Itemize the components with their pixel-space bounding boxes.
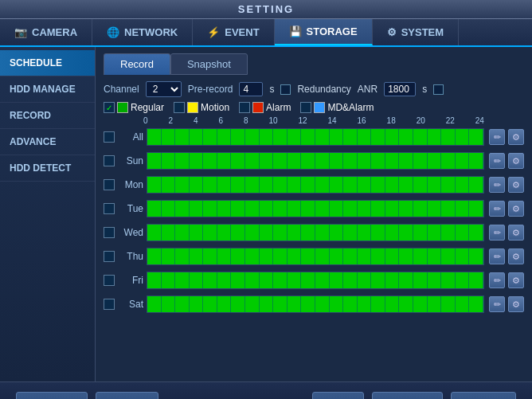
md-alarm-check[interactable] xyxy=(300,102,311,113)
tab-navigation: 📷 CAMERA 🌐 NETWORK ⚡ EVENT 💾 STORAGE ⚙ S… xyxy=(0,19,532,47)
system-icon: ⚙ xyxy=(387,26,397,38)
day-check-sun[interactable] xyxy=(104,155,115,166)
gear-icon-all[interactable]: ⚙ xyxy=(508,129,524,145)
tab-network[interactable]: 🌐 NETWORK xyxy=(92,19,193,45)
regular-check[interactable]: ✓ xyxy=(104,102,115,113)
day-check-tue[interactable] xyxy=(104,203,115,214)
day-label-thu: Thu xyxy=(118,251,143,262)
top-bar: SETTING xyxy=(0,0,532,19)
sub-tab-record[interactable]: Record xyxy=(104,53,170,75)
apply-button[interactable]: Apply xyxy=(451,392,516,400)
tab-event[interactable]: ⚡ EVENT xyxy=(193,19,274,45)
day-label-all: All xyxy=(118,131,143,143)
regular-color-box xyxy=(117,102,128,113)
sidebar-item-hdd-detect[interactable]: HDD DETECT xyxy=(0,155,95,182)
alarm-label: Alarm xyxy=(266,102,291,113)
legend-motion: Motion xyxy=(174,102,229,113)
legend-md-alarm: MD&Alarm xyxy=(300,102,374,113)
cancel-button[interactable]: Cancel xyxy=(372,392,443,400)
anr-input[interactable] xyxy=(384,82,416,96)
sub-tab-bar: Record Snapshot xyxy=(104,53,524,75)
pencil-icon-sun[interactable]: ✏ xyxy=(489,153,505,169)
day-label-sat: Sat xyxy=(118,299,143,310)
day-icons-sat: ✏ ⚙ xyxy=(489,296,524,312)
day-check-all[interactable] xyxy=(104,131,115,143)
alarm-check[interactable] xyxy=(239,102,250,113)
anr-label: ANR xyxy=(358,84,377,95)
tab-system[interactable]: ⚙ SYSTEM xyxy=(373,19,459,45)
tab-storage[interactable]: 💾 STORAGE xyxy=(275,19,373,45)
gear-icon-thu[interactable]: ⚙ xyxy=(508,248,524,264)
gear-icon-tue[interactable]: ⚙ xyxy=(508,201,524,217)
day-bar-wed[interactable] xyxy=(147,224,484,241)
gear-icon-wed[interactable]: ⚙ xyxy=(508,225,524,241)
sidebar-item-advance[interactable]: ADVANCE xyxy=(0,129,95,155)
copy-button[interactable]: Copy xyxy=(96,392,158,400)
day-check-thu[interactable] xyxy=(104,251,115,262)
pencil-icon-thu[interactable]: ✏ xyxy=(489,248,505,264)
day-bar-sat[interactable] xyxy=(147,295,484,313)
day-bar-fri[interactable] xyxy=(147,272,484,289)
redundancy-label: Redundancy xyxy=(297,84,350,95)
day-bar-all[interactable] xyxy=(147,128,484,146)
tab-camera[interactable]: 📷 CAMERA xyxy=(0,19,92,45)
prerecord-input[interactable] xyxy=(239,82,263,96)
day-label-sun: Sun xyxy=(118,155,143,166)
legend-regular: ✓ Regular xyxy=(104,102,164,113)
sidebar-item-hdd-manage[interactable]: HDD MANAGE xyxy=(0,76,95,103)
day-icons-all: ✏ ⚙ xyxy=(489,129,524,145)
gear-icon-mon[interactable]: ⚙ xyxy=(508,177,524,193)
anr-checkbox[interactable] xyxy=(433,84,444,95)
day-row-tue: Tue ✏ ⚙ xyxy=(104,198,524,220)
sidebar: SCHEDULE HDD MANAGE RECORD ADVANCE HDD D… xyxy=(0,47,96,381)
pencil-icon-sat[interactable]: ✏ xyxy=(489,296,505,312)
redundancy-checkbox[interactable] xyxy=(280,84,291,95)
pencil-icon-all[interactable]: ✏ xyxy=(489,129,505,145)
pencil-icon-tue[interactable]: ✏ xyxy=(489,201,505,217)
day-icons-tue: ✏ ⚙ xyxy=(489,201,524,217)
day-bar-sun[interactable] xyxy=(147,152,484,170)
day-check-fri[interactable] xyxy=(104,275,115,286)
channel-select[interactable]: 2 1 3 4 xyxy=(146,81,182,97)
time-labels: 0 2 4 6 8 10 12 14 16 18 20 22 24 xyxy=(143,116,484,125)
day-row-fri: Fri ✏ ⚙ xyxy=(104,269,524,291)
gear-icon-sun[interactable]: ⚙ xyxy=(508,153,524,169)
camera-icon: 📷 xyxy=(14,26,27,38)
day-check-wed[interactable] xyxy=(104,227,115,238)
day-icons-wed: ✏ ⚙ xyxy=(489,225,524,241)
pencil-icon-wed[interactable]: ✏ xyxy=(489,225,505,241)
channel-label: Channel xyxy=(104,84,139,95)
default-button[interactable]: Default xyxy=(16,392,88,400)
day-bar-mon[interactable] xyxy=(147,176,484,194)
day-icons-sun: ✏ ⚙ xyxy=(489,153,524,169)
pencil-icon-fri[interactable]: ✏ xyxy=(489,272,505,288)
motion-color-box xyxy=(187,102,198,113)
day-icons-mon: ✏ ⚙ xyxy=(489,177,524,193)
day-label-tue: Tue xyxy=(118,203,143,214)
settings-row: Channel 2 1 3 4 Pre-record s Redundancy … xyxy=(104,81,524,97)
day-icons-thu: ✏ ⚙ xyxy=(489,248,524,264)
motion-check[interactable] xyxy=(174,102,185,113)
motion-label: Motion xyxy=(201,102,229,113)
regular-label: Regular xyxy=(131,102,164,113)
day-check-mon[interactable] xyxy=(104,179,115,190)
legend-row: ✓ Regular Motion Alarm MD&Alarm xyxy=(104,102,524,113)
schedule-grid: 0 2 4 6 8 10 12 14 16 18 20 22 24 xyxy=(104,116,524,315)
gear-icon-sat[interactable]: ⚙ xyxy=(508,296,524,312)
prerecord-unit: s xyxy=(269,84,274,95)
gear-icon-fri[interactable]: ⚙ xyxy=(508,272,524,288)
sub-tab-snapshot[interactable]: Snapshot xyxy=(170,53,248,75)
pencil-icon-mon[interactable]: ✏ xyxy=(489,177,505,193)
sidebar-item-schedule[interactable]: SCHEDULE xyxy=(0,50,95,76)
day-bar-tue[interactable] xyxy=(147,200,484,217)
sidebar-item-record[interactable]: RECORD xyxy=(0,103,95,129)
day-bar-thu[interactable] xyxy=(147,248,484,265)
content-area: Record Snapshot Channel 2 1 3 4 Pre-reco… xyxy=(96,47,532,381)
ok-button[interactable]: OK xyxy=(312,392,365,400)
storage-icon: 💾 xyxy=(289,25,302,37)
top-bar-title: SETTING xyxy=(238,3,294,15)
day-check-sat[interactable] xyxy=(104,299,115,310)
day-label-mon: Mon xyxy=(118,179,143,190)
anr-unit: s xyxy=(422,84,427,95)
day-row-sat: Sat ✏ ⚙ xyxy=(104,293,524,315)
